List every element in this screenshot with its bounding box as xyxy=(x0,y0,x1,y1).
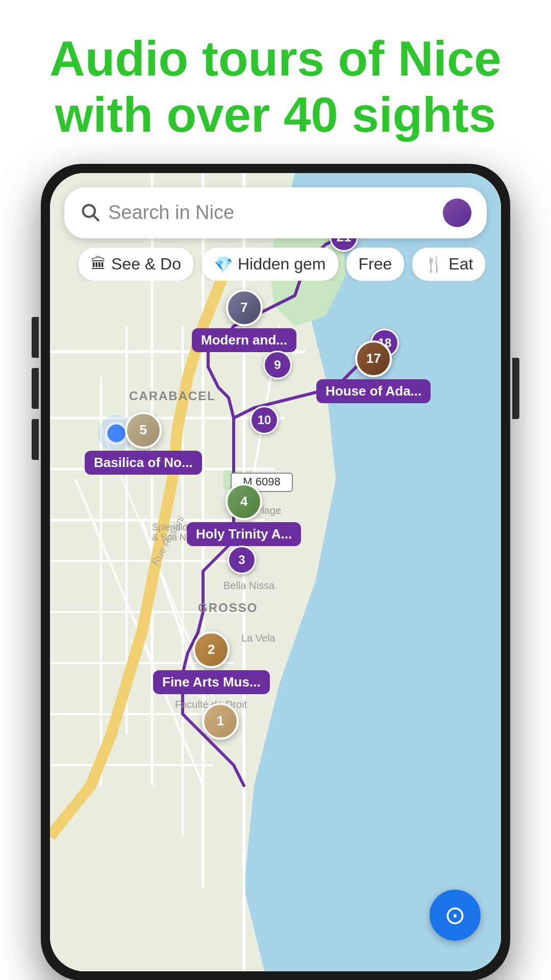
pin-5[interactable]: 5 Basilica of No... xyxy=(85,412,202,475)
pin-2[interactable]: 2 Fine Arts Mus... xyxy=(153,631,270,694)
pin-1[interactable]: 1 xyxy=(202,703,239,740)
chip-eat-label: Eat xyxy=(448,255,473,274)
phone-container: M 6098 CARABACEL GROSSO Bella Nissa La V… xyxy=(41,164,510,980)
filter-chips: 🏛 See & Do 💎 Hidden gem Free 🍴 Eat xyxy=(64,238,487,281)
map-pin-overlay: 21 18 7 Modern and... xyxy=(50,173,501,971)
chip-see-do[interactable]: 🏛 See & Do xyxy=(79,248,193,281)
headline-text: Audio tours of Nice with over 40 sights xyxy=(31,31,520,143)
chip-free-label: Free xyxy=(359,255,392,274)
phone-screen: M 6098 CARABACEL GROSSO Bella Nissa La V… xyxy=(50,173,501,971)
pin-7[interactable]: 7 Modern and... xyxy=(192,289,296,352)
search-bar-container: Search in Nice 🏛 See & Do 💎 Hidden gem xyxy=(50,173,501,281)
pin-17[interactable]: 17 House of Ada... xyxy=(316,340,431,403)
compass-icon: ⊙ xyxy=(444,900,466,930)
hidden-gem-icon: 💎 xyxy=(214,255,233,273)
search-icon xyxy=(80,202,100,224)
eat-icon: 🍴 xyxy=(424,255,443,273)
pin-9[interactable]: 9 xyxy=(263,351,292,379)
pin-3[interactable]: 3 xyxy=(228,546,256,574)
chip-hidden-gem[interactable]: 💎 Hidden gem xyxy=(202,248,338,281)
user-avatar[interactable] xyxy=(443,199,471,227)
chip-free[interactable]: Free xyxy=(346,248,405,281)
search-placeholder-text: Search in Nice xyxy=(108,202,234,224)
chip-see-do-label: See & Do xyxy=(111,255,181,274)
headline-section: Audio tours of Nice with over 40 sights xyxy=(0,0,551,164)
pin-10[interactable]: 10 xyxy=(250,406,279,434)
chip-eat[interactable]: 🍴 Eat xyxy=(412,248,485,281)
see-do-icon: 🏛 xyxy=(91,255,106,273)
page-wrapper: Audio tours of Nice with over 40 sights xyxy=(0,0,551,980)
compass-button[interactable]: ⊙ xyxy=(430,890,481,941)
search-bar[interactable]: Search in Nice xyxy=(64,187,487,238)
pin-4[interactable]: 4 Holy Trinity A... xyxy=(187,483,301,546)
svg-line-37 xyxy=(94,215,98,220)
chip-hidden-gem-label: Hidden gem xyxy=(238,255,326,274)
phone-shell: M 6098 CARABACEL GROSSO Bella Nissa La V… xyxy=(41,164,510,980)
